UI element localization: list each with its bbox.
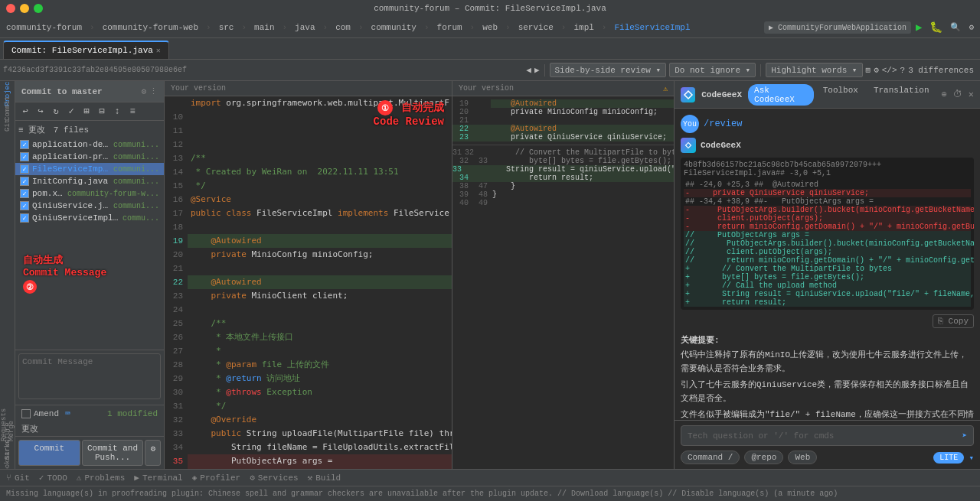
search-button[interactable]: 🔍 — [947, 21, 964, 34]
copy-btn[interactable]: ⎘ Copy — [933, 314, 974, 328]
breadcrumb-community[interactable]: community — [368, 21, 420, 34]
breadcrumb-web[interactable]: community-forum-web — [100, 21, 201, 34]
breadcrumb-impl[interactable]: impl — [570, 21, 596, 34]
breadcrumb-src[interactable]: src — [216, 21, 237, 34]
send-button[interactable]: ➤ — [962, 431, 967, 441]
settings-button[interactable]: ⚙ — [965, 21, 977, 34]
maximize-button[interactable] — [34, 4, 43, 13]
undo-btn[interactable]: ↩ — [18, 105, 32, 119]
file-item-pom[interactable]: ✓ pom.xml community-forum-w... — [15, 187, 164, 200]
codegee-close-icon[interactable]: ✕ — [969, 89, 974, 100]
build-bottom-item[interactable]: ⚒ Build — [308, 473, 341, 483]
file-checkbox-app-dev[interactable]: ✓ — [20, 140, 29, 149]
filter-btn[interactable]: ≡ — [126, 105, 139, 119]
todo-bottom-item[interactable]: ✓ TODO — [39, 473, 67, 483]
breadcrumb-web2[interactable]: web — [479, 21, 501, 34]
commit-message-input[interactable] — [18, 353, 161, 399]
breadcrumb-main[interactable]: main — [251, 21, 277, 34]
prev-diff-btn[interactable]: ◀ — [526, 65, 531, 75]
amend-code-icon[interactable]: ⌨ — [65, 408, 70, 418]
window-controls[interactable] — [6, 4, 43, 13]
commit-more-btn[interactable]: ⋮ — [149, 86, 158, 96]
tab-close-icon[interactable]: ✕ — [156, 46, 161, 55]
breadcrumb-fileservice[interactable]: FileServiceImpl — [611, 21, 693, 34]
breadcrumb-com[interactable]: com — [332, 21, 354, 34]
breadcrumb-forum[interactable]: forum — [434, 21, 466, 34]
file-checkbox-app-prod[interactable]: ✓ — [20, 152, 29, 161]
file-checkbox-pom[interactable]: ✓ — [20, 189, 29, 198]
services-bottom-item[interactable]: ⚙ Services — [250, 473, 298, 483]
breadcrumb-java[interactable]: java — [292, 21, 318, 34]
file-name-qiniuservice: QiniuService.java — [32, 201, 110, 210]
right-diff-content[interactable]: 19 @Autowired 20 private MinioConfig min… — [452, 96, 674, 469]
command-btn[interactable]: Command / — [681, 451, 740, 464]
codegee-tab-ask[interactable]: Ask CodeGeeX — [748, 84, 814, 106]
code-line-added: 22 @Autowired — [165, 275, 452, 289]
codegee-tab-toolbox[interactable]: Toolbox — [817, 84, 864, 106]
codegee-history-icon[interactable]: ⏱ — [953, 89, 962, 100]
left-code-content[interactable]: ① 自动完成 Code Review import org.springfram… — [165, 96, 452, 469]
code-line: 20 private MinioConfig minioConfig; — [165, 248, 452, 262]
web-btn[interactable]: Web — [788, 451, 817, 464]
tab-bar: Commit: FileServiceImpl.java ✕ — [0, 38, 980, 60]
ignore-option-select[interactable]: Do not ignore — [669, 63, 756, 77]
terminal-bottom-item[interactable]: ▶ Terminal — [134, 473, 182, 483]
file-item-qiniuserviceimpl[interactable]: ✓ QiniuServiceImpl.java commu... — [15, 212, 164, 224]
file-checkbox-fileservice[interactable]: ✓ — [20, 164, 29, 174]
commit-button[interactable]: Commit — [18, 440, 80, 466]
diff-line-added-comment-2: // PutObjectArgs.builder().bucket(minioC… — [684, 239, 971, 248]
diff-file-label: 4b8fb3d66157bc21a5c98cb7b45cab65a9972079… — [684, 161, 881, 177]
settings-diff-btn[interactable]: ⚙ — [874, 65, 879, 75]
file-item-qiniuservice[interactable]: ✓ QiniuService.java communi... — [15, 200, 164, 212]
debug-button[interactable]: 🐛 — [926, 19, 946, 35]
run-button[interactable]: ▶ — [913, 19, 925, 35]
codegee-new-chat-icon[interactable]: ⊕ — [942, 89, 947, 100]
view-mode-select[interactable]: Side-by-side review — [550, 63, 667, 77]
amend-section: Amend ⌨ 1 modified — [15, 405, 164, 421]
sidebar-icon-bookmarks[interactable]: Bookmarks — [0, 451, 15, 466]
lite-dropdown-icon[interactable]: ▾ — [969, 453, 974, 463]
file-item-fileservice[interactable]: ✓ FileServiceImpl.java communi... — [15, 163, 164, 175]
app-name[interactable]: ▶ CommunityForumWebApplication — [764, 21, 911, 34]
file-checkbox-initconfig[interactable]: ✓ — [20, 177, 29, 186]
codegee-tab-translation[interactable]: Translation — [867, 84, 936, 106]
file-item-app-dev[interactable]: ✓ application-dev.yml communi... — [15, 138, 164, 151]
sidebar-icon-git[interactable]: Git — [0, 118, 15, 133]
file-item-initconfig[interactable]: ✓ InitConfig.java communi... — [15, 175, 164, 187]
commit-more-options-btn[interactable]: ⚙ — [145, 440, 161, 466]
terminal-label: Terminal — [142, 473, 183, 483]
commit-push-button[interactable]: Commit and Push... — [82, 440, 144, 466]
amend-checkbox[interactable] — [21, 409, 31, 418]
file-checkbox-qiniuserviceimpl[interactable]: ✓ — [20, 213, 29, 223]
redo-btn[interactable]: ↪ — [34, 105, 47, 119]
breadcrumb-service[interactable]: service — [515, 21, 557, 34]
breadcrumb-community-forum[interactable]: community-forum — [3, 21, 85, 34]
profiler-bottom-item[interactable]: ◈ Profiler — [192, 473, 240, 483]
chat-input-area[interactable]: Tech question or '/' for cmds ➤ — [681, 425, 974, 446]
check-all-btn[interactable]: ✓ — [64, 105, 78, 119]
close-button[interactable] — [6, 4, 15, 13]
sidebar-icon-commit[interactable]: Commit — [0, 101, 15, 116]
status-bar: Missing language(s) in proofreading plug… — [0, 486, 980, 501]
minimize-button[interactable] — [20, 4, 29, 13]
split-view-btn[interactable]: ⊞ — [866, 65, 871, 75]
file-item-app-prod[interactable]: ✓ application-prod.yml communi... — [15, 151, 164, 163]
diff-line-added-2: + byte[] bytes = file.getBytes(); — [684, 273, 971, 281]
code-line: 16 @Service — [165, 193, 452, 207]
sort-btn[interactable]: ↕ — [110, 105, 124, 119]
refresh-btn[interactable]: ↻ — [49, 105, 63, 119]
todo-icon: ✓ — [39, 473, 44, 483]
file-name-app-dev: application-dev.yml — [32, 140, 110, 149]
tab-commit-fileservice[interactable]: Commit: FileServiceImpl.java ✕ — [3, 41, 169, 59]
file-checkbox-qiniuservice[interactable]: ✓ — [20, 201, 29, 210]
help-btn[interactable]: ? — [900, 66, 906, 75]
next-diff-btn[interactable]: ▶ — [534, 65, 540, 75]
git-bottom-item[interactable]: ⑂ Git — [6, 473, 30, 483]
group-btn[interactable]: ⊟ — [95, 105, 109, 119]
expand-btn[interactable]: ⊞ — [80, 105, 93, 119]
commit-settings-btn[interactable]: ⚙ — [141, 86, 146, 96]
problems-bottom-item[interactable]: ⚠ Problems — [77, 473, 125, 483]
highlight-select[interactable]: Highlight words — [766, 63, 862, 77]
repo-btn[interactable]: @repo — [744, 451, 783, 464]
code-btn[interactable]: </> — [882, 66, 897, 75]
